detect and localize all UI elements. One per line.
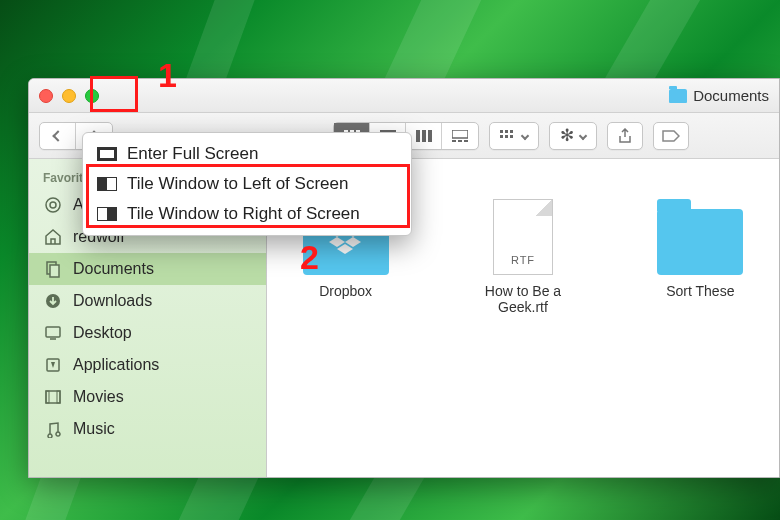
svg-rect-13 bbox=[452, 140, 456, 142]
sidebar-item-desktop[interactable]: Desktop bbox=[29, 317, 266, 349]
grid-icon bbox=[500, 130, 516, 142]
svg-rect-16 bbox=[500, 130, 503, 133]
tile-right-icon bbox=[97, 207, 117, 221]
traffic-lights bbox=[39, 89, 99, 103]
folder-icon bbox=[669, 89, 687, 103]
menu-item-tile-right[interactable]: Tile Window to Right of Screen bbox=[83, 199, 411, 229]
share-button[interactable] bbox=[607, 122, 643, 150]
sidebar-item-label: Movies bbox=[73, 388, 124, 406]
menu-item-label: Tile Window to Left of Screen bbox=[127, 174, 348, 194]
gear-icon: ✻ bbox=[560, 125, 574, 146]
chevron-left-icon bbox=[52, 130, 63, 141]
arrange-button[interactable] bbox=[489, 122, 539, 150]
sidebar-item-label: Applications bbox=[73, 356, 159, 374]
svg-rect-27 bbox=[46, 327, 60, 337]
tags-button[interactable] bbox=[653, 122, 689, 150]
svg-rect-17 bbox=[505, 130, 508, 133]
column-view-icon bbox=[416, 130, 432, 142]
home-icon bbox=[43, 227, 63, 247]
action-button[interactable]: ✻ bbox=[549, 122, 597, 150]
svg-rect-18 bbox=[510, 130, 513, 133]
document-icon: RTF bbox=[493, 199, 553, 275]
zoom-context-menu: Enter Full Screen Tile Window to Left of… bbox=[82, 132, 412, 236]
svg-rect-21 bbox=[510, 135, 513, 138]
menu-item-label: Enter Full Screen bbox=[127, 144, 258, 164]
svg-rect-14 bbox=[458, 140, 462, 142]
annotation-number-2: 2 bbox=[300, 238, 319, 277]
tag-icon bbox=[662, 130, 680, 142]
file-label: Sort These bbox=[666, 283, 734, 299]
window-title-text: Documents bbox=[693, 87, 769, 104]
svg-rect-12 bbox=[452, 130, 468, 138]
back-button[interactable] bbox=[40, 123, 76, 149]
svg-rect-15 bbox=[464, 140, 468, 142]
file-label: How to Be a Geek.rtf bbox=[464, 283, 581, 315]
documents-icon bbox=[43, 259, 63, 279]
sidebar-item-label: Desktop bbox=[73, 324, 132, 342]
sidebar-item-documents[interactable]: Documents bbox=[29, 253, 266, 285]
music-icon bbox=[43, 419, 63, 439]
svg-point-23 bbox=[50, 202, 56, 208]
svg-point-22 bbox=[46, 198, 60, 212]
menu-item-fullscreen[interactable]: Enter Full Screen bbox=[83, 139, 411, 169]
svg-rect-25 bbox=[50, 265, 59, 277]
sidebar-item-applications[interactable]: Applications bbox=[29, 349, 266, 381]
chevron-down-icon bbox=[521, 131, 529, 139]
file-item-folder[interactable]: Sort These bbox=[642, 199, 759, 315]
zoom-button[interactable] bbox=[85, 89, 99, 103]
tile-left-icon bbox=[97, 177, 117, 191]
titlebar: Documents bbox=[29, 79, 779, 113]
fullscreen-icon bbox=[97, 147, 117, 161]
sidebar-item-movies[interactable]: Movies bbox=[29, 381, 266, 413]
folder-icon bbox=[657, 209, 743, 275]
svg-rect-10 bbox=[422, 130, 426, 142]
applications-icon bbox=[43, 355, 63, 375]
menu-item-label: Tile Window to Right of Screen bbox=[127, 204, 360, 224]
downloads-icon bbox=[43, 291, 63, 311]
svg-rect-30 bbox=[46, 391, 49, 403]
movies-icon bbox=[43, 387, 63, 407]
sidebar-item-label: Music bbox=[73, 420, 115, 438]
sidebar-item-downloads[interactable]: Downloads bbox=[29, 285, 266, 317]
minimize-button[interactable] bbox=[62, 89, 76, 103]
menu-item-tile-left[interactable]: Tile Window to Left of Screen bbox=[83, 169, 411, 199]
gallery-view-icon bbox=[452, 130, 468, 142]
share-icon bbox=[618, 128, 632, 144]
file-item-rtf[interactable]: RTF How to Be a Geek.rtf bbox=[464, 199, 581, 315]
chevron-down-icon bbox=[579, 131, 587, 139]
desktop-icon bbox=[43, 323, 63, 343]
svg-rect-29 bbox=[46, 391, 60, 403]
close-button[interactable] bbox=[39, 89, 53, 103]
airdrop-icon bbox=[43, 195, 63, 215]
annotation-number-1: 1 bbox=[158, 56, 177, 95]
document-badge: RTF bbox=[494, 254, 552, 266]
window-title: Documents bbox=[669, 87, 769, 104]
sidebar-item-music[interactable]: Music bbox=[29, 413, 266, 445]
svg-rect-9 bbox=[416, 130, 420, 142]
sidebar-item-label: Downloads bbox=[73, 292, 152, 310]
view-gallery-button[interactable] bbox=[442, 123, 478, 149]
svg-rect-11 bbox=[428, 130, 432, 142]
sidebar-item-label: Documents bbox=[73, 260, 154, 278]
svg-rect-31 bbox=[57, 391, 60, 403]
svg-rect-20 bbox=[505, 135, 508, 138]
svg-rect-19 bbox=[500, 135, 503, 138]
file-label: Dropbox bbox=[319, 283, 372, 299]
